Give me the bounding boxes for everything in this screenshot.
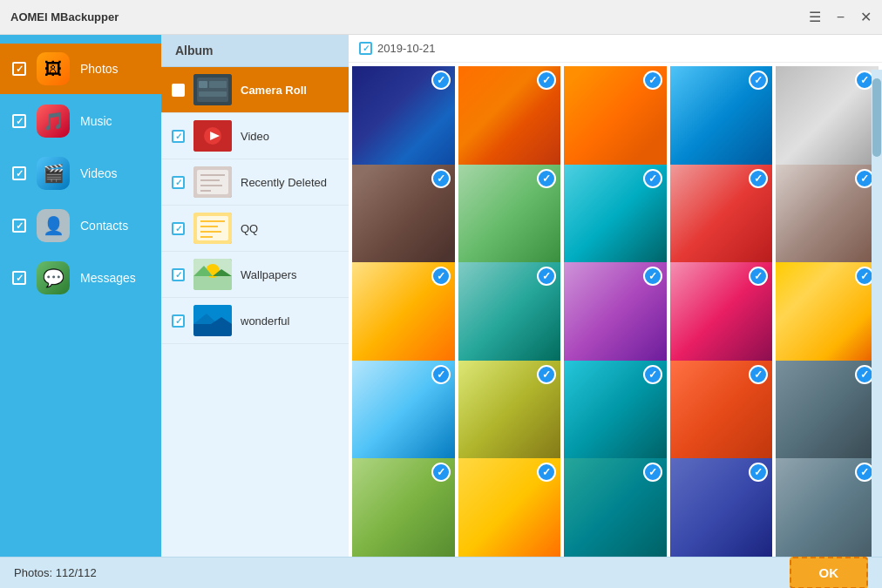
album-cb-wallpapers — [172, 268, 185, 281]
photo-cell[interactable]: ✓ — [670, 361, 773, 463]
photo-check-icon: ✓ — [749, 463, 768, 482]
album-list: Camera Roll Video — [161, 67, 349, 557]
photo-check-icon: ✓ — [537, 169, 556, 188]
messages-icon-wrap: 💬 — [37, 261, 70, 294]
photo-cell[interactable]: ✓ — [458, 262, 561, 365]
album-item-wallpapers[interactable]: Wallpapers — [161, 252, 349, 298]
photo-cell[interactable]: ✓ — [670, 66, 773, 169]
window-controls: ☰ − ✕ — [809, 9, 872, 25]
contacts-icon-wrap: 👤 — [37, 209, 70, 242]
album-thumb-wallpapers — [193, 259, 232, 290]
photo-check-icon: ✓ — [643, 365, 662, 384]
svg-rect-3 — [209, 81, 227, 88]
sidebar-item-contacts[interactable]: 👤 Contacts — [0, 200, 161, 251]
music-icon-wrap: 🎵 — [37, 105, 70, 138]
photo-check-icon: ✓ — [431, 267, 451, 286]
album-label-camera-roll: Camera Roll — [241, 84, 307, 97]
album-label-wonderful: wonderful — [241, 314, 289, 328]
menu-icon[interactable]: ☰ — [809, 9, 821, 25]
album-thumb-qq — [193, 213, 232, 244]
photo-cell[interactable]: ✓ — [776, 458, 879, 557]
album-header: Album — [161, 35, 349, 67]
videos-icon: 🎬 — [43, 163, 64, 184]
messages-icon: 💬 — [43, 267, 64, 288]
album-cb-qq — [172, 222, 185, 235]
sidebar-label-messages: Messages — [80, 271, 136, 285]
sidebar-item-photos[interactable]: 🖼 Photos — [0, 44, 161, 94]
photo-check-icon: ✓ — [537, 365, 556, 384]
photo-area: 2019-10-21 ✓✓✓✓✓✓✓✓✓✓✓✓✓✓✓✓✓✓✓✓✓✓✓✓✓ — [349, 35, 882, 557]
ok-button[interactable]: OK — [790, 557, 869, 588]
date-label: 2019-10-21 — [377, 42, 436, 55]
photo-cell[interactable]: ✓ — [670, 458, 773, 557]
photo-cell[interactable]: ✓ — [352, 361, 455, 463]
album-thumb-camera-roll — [193, 74, 232, 105]
photo-cell[interactable]: ✓ — [458, 361, 561, 463]
album-cb-recently-deleted — [172, 176, 185, 189]
photo-check-icon: ✓ — [749, 169, 768, 188]
album-item-wonderful[interactable]: wonderful — [161, 298, 349, 344]
photo-cell[interactable]: ✓ — [776, 361, 879, 463]
sidebar-checkbox-contacts — [12, 219, 26, 233]
photo-check-icon: ✓ — [537, 463, 556, 482]
photo-cell[interactable]: ✓ — [458, 458, 561, 557]
photo-cell[interactable]: ✓ — [670, 165, 773, 267]
titlebar: AOMEI MBackupper ☰ − ✕ — [0, 0, 882, 35]
album-item-qq[interactable]: QQ — [161, 206, 349, 252]
album-item-video[interactable]: Video — [161, 113, 349, 159]
photo-cell[interactable]: ✓ — [776, 66, 879, 169]
music-icon: 🎵 — [43, 111, 64, 132]
svg-rect-2 — [199, 81, 207, 88]
sidebar-checkbox-photos — [12, 62, 26, 76]
sidebar-label-music: Music — [80, 114, 112, 128]
photo-cell[interactable]: ✓ — [352, 66, 455, 169]
scroll-thumb — [872, 78, 881, 157]
close-icon[interactable]: ✕ — [860, 9, 872, 25]
photo-cell[interactable]: ✓ — [352, 165, 455, 267]
photo-check-icon: ✓ — [431, 463, 451, 482]
album-thumb-recently-deleted — [193, 166, 232, 198]
photo-cell[interactable]: ✓ — [564, 458, 667, 557]
photo-cell[interactable]: ✓ — [352, 262, 455, 365]
album-item-camera-roll[interactable]: Camera Roll — [161, 67, 349, 113]
photos-icon: 🖼 — [44, 59, 62, 79]
album-label-wallpapers: Wallpapers — [241, 268, 297, 281]
date-section-header: 2019-10-21 — [349, 35, 882, 63]
photo-check-icon: ✓ — [431, 71, 451, 90]
statusbar: Photos: 112/112 OK — [0, 557, 882, 588]
album-label-video: Video — [241, 130, 269, 143]
photo-cell[interactable]: ✓ — [458, 165, 561, 267]
photo-cell[interactable]: ✓ — [352, 458, 455, 557]
scrollbar[interactable] — [872, 70, 882, 557]
sidebar-item-messages[interactable]: 💬 Messages — [0, 253, 161, 303]
photo-cell[interactable]: ✓ — [458, 66, 561, 169]
photo-check-icon: ✓ — [643, 267, 662, 286]
photo-cell[interactable]: ✓ — [564, 361, 667, 463]
photo-cell[interactable]: ✓ — [776, 165, 879, 267]
photo-cell[interactable]: ✓ — [564, 165, 667, 267]
photo-cell[interactable]: ✓ — [776, 262, 879, 365]
album-thumb-video — [193, 120, 232, 152]
album-label-qq: QQ — [241, 222, 258, 235]
photo-check-icon: ✓ — [643, 463, 662, 482]
sidebar-item-music[interactable]: 🎵 Music — [0, 96, 161, 146]
photo-check-icon: ✓ — [749, 267, 768, 286]
minimize-icon[interactable]: − — [837, 10, 845, 25]
photo-check-icon: ✓ — [749, 365, 768, 384]
photo-cell[interactable]: ✓ — [670, 262, 773, 365]
date-checkbox[interactable] — [359, 42, 372, 55]
photo-check-icon: ✓ — [749, 71, 768, 90]
photo-cell[interactable]: ✓ — [564, 66, 667, 169]
svg-rect-26 — [193, 324, 232, 336]
photo-check-icon: ✓ — [431, 365, 451, 384]
album-item-recently-deleted[interactable]: Recently Deleted — [161, 159, 349, 206]
videos-icon-wrap: 🎬 — [37, 157, 70, 190]
sidebar-checkbox-videos — [12, 166, 26, 180]
photo-cell[interactable]: ✓ — [564, 262, 667, 365]
album-thumb-wonderful — [193, 305, 232, 336]
main-area: 🖼 Photos 🎵 Music 🎬 Videos 👤 Contacts — [0, 35, 882, 557]
photo-check-icon: ✓ — [431, 169, 451, 188]
statusbar-text: Photos: 112/112 — [14, 566, 97, 579]
sidebar-item-videos[interactable]: 🎬 Videos — [0, 148, 161, 199]
album-cb-camera-roll — [172, 84, 185, 97]
